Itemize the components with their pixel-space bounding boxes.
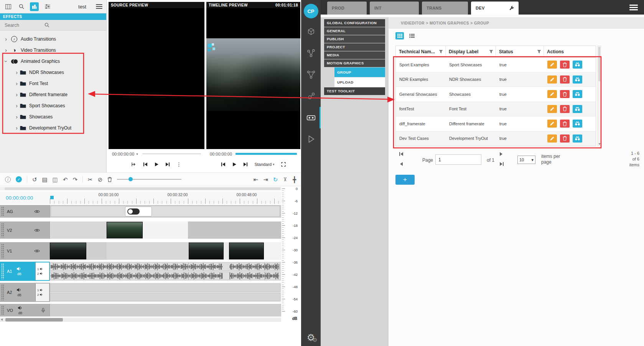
- tree-item[interactable]: › Development TryOut: [0, 122, 106, 133]
- track-lane[interactable]: [50, 283, 281, 302]
- layout-panels-icon[interactable]: [4, 2, 13, 11]
- effects-search-input[interactable]: [5, 23, 44, 28]
- track-header[interactable]: VO dB: [0, 304, 50, 316]
- nav-item[interactable]: UPLOAD: [334, 77, 385, 87]
- track-v2[interactable]: V2: [0, 221, 281, 239]
- track-a1[interactable]: A1 dB 1 2: [0, 262, 281, 281]
- tree-item[interactable]: › NDR Showcases: [0, 67, 106, 78]
- track-vo[interactable]: VO dB: [0, 304, 281, 316]
- molecule-icon[interactable]: [305, 90, 317, 102]
- nav-item[interactable]: PROJECT: [324, 43, 385, 51]
- track-drag-handle[interactable]: [1, 207, 4, 216]
- filter-funnel-icon[interactable]: [537, 50, 541, 54]
- timeline-horizontal-scrollbar[interactable]: [0, 318, 281, 322]
- chevron-right-icon[interactable]: ›: [14, 92, 19, 98]
- nav-item[interactable]: PUBLISH: [324, 35, 385, 43]
- tree-group-audio-transitions[interactable]: › ♪ Audio Transitions: [0, 33, 106, 44]
- visibility-eye-icon[interactable]: [34, 249, 40, 253]
- move-icon[interactable]: ╋: [293, 177, 296, 182]
- scroll-left-arrow[interactable]: [1, 318, 3, 321]
- last-page-button[interactable]: [500, 162, 504, 166]
- track-ag[interactable]: AG: [0, 205, 281, 218]
- history-icon[interactable]: ↺: [32, 177, 37, 182]
- audio-lane-empty[interactable]: [50, 293, 280, 301]
- validate-icon[interactable]: ✓: [16, 176, 22, 182]
- edit-button[interactable]: [547, 90, 557, 98]
- track-lane[interactable]: [50, 304, 281, 316]
- chevron-right-icon[interactable]: ›: [3, 47, 8, 53]
- visibility-eye-icon[interactable]: [34, 228, 40, 232]
- edit-button[interactable]: [547, 134, 557, 143]
- nav-item[interactable]: MEDIA: [324, 51, 385, 59]
- delete-button[interactable]: [560, 105, 570, 113]
- video-clip[interactable]: [50, 221, 107, 239]
- fullscreen-icon[interactable]: [281, 162, 286, 167]
- play-button[interactable]: [154, 162, 159, 167]
- unlink-icon[interactable]: ⊘: [98, 177, 103, 182]
- edit-button[interactable]: [547, 105, 557, 113]
- audio-waveform[interactable]: [50, 262, 280, 271]
- chevron-right-icon[interactable]: ›: [14, 69, 19, 75]
- tree-item[interactable]: › Different framerate: [0, 89, 106, 100]
- tree-item[interactable]: › Showcases: [0, 111, 106, 122]
- table-row[interactable]: General Showcases Showcases true: [396, 87, 596, 102]
- nav-item[interactable]: GENERAL: [324, 27, 385, 35]
- nav-item[interactable]: MOTION GRAPHICS: [324, 59, 385, 67]
- timeline-horizontal-scrollbar-top[interactable]: [0, 187, 281, 190]
- admin-menu-icon[interactable]: [629, 3, 638, 11]
- track-header[interactable]: V1: [0, 242, 50, 260]
- timeline-ruler[interactable]: 00:00:00:00 00:00:16:0000:00:32:0000:00:…: [0, 192, 281, 204]
- list-view-toggle[interactable]: [408, 32, 416, 39]
- preview-button[interactable]: [573, 75, 582, 84]
- node-network-icon[interactable]: [305, 69, 317, 80]
- nav-item[interactable]: GLOBAL CONFIGURATION: [324, 19, 385, 27]
- assets-cube-icon[interactable]: [305, 26, 317, 38]
- source-seek-slider[interactable]: [142, 154, 201, 154]
- column-display-label[interactable]: Display Label: [446, 46, 496, 57]
- scrollbar-thumb[interactable]: [5, 187, 280, 190]
- edit-button[interactable]: [547, 75, 557, 84]
- search-icon[interactable]: [17, 2, 26, 11]
- play-tool-icon[interactable]: [305, 133, 317, 145]
- filter-funnel-icon[interactable]: [489, 50, 493, 54]
- scrollbar-thumb[interactable]: [598, 47, 600, 81]
- organization-icon[interactable]: [30, 2, 39, 11]
- video-clip[interactable]: [107, 242, 189, 260]
- track-header-selected[interactable]: A1 dB 1 2: [0, 262, 50, 281]
- undo-icon[interactable]: ↶: [63, 177, 68, 182]
- column-status[interactable]: Status: [496, 46, 544, 57]
- tree-item[interactable]: › Sport Showcases: [0, 100, 106, 111]
- video-clip[interactable]: [264, 242, 281, 260]
- env-tab[interactable]: TRANS: [422, 2, 468, 15]
- video-clip-thumbnail[interactable]: [107, 222, 143, 238]
- edit-button[interactable]: [547, 61, 557, 69]
- track-drag-handle[interactable]: [1, 305, 4, 315]
- delete-button[interactable]: [560, 90, 570, 98]
- timeline-ruler-strip[interactable]: 00:00:16:0000:00:32:0000:00:48:00: [50, 192, 280, 204]
- transition-toggle[interactable]: [127, 208, 140, 215]
- delete-button[interactable]: [560, 134, 570, 143]
- tree-group-animated-graphics[interactable]: › Animated Graphics: [0, 56, 106, 67]
- next-frame-button[interactable]: [165, 162, 170, 167]
- first-page-button[interactable]: [399, 152, 403, 156]
- track-drag-handle[interactable]: [1, 223, 4, 237]
- tree-item[interactable]: › Font Test: [0, 78, 106, 89]
- cut-icon[interactable]: ✂: [88, 177, 93, 182]
- graphics-clip[interactable]: [51, 206, 280, 217]
- table-row[interactable]: NDR Examples NDR Showcases true: [396, 72, 596, 87]
- preview-button[interactable]: [573, 120, 582, 128]
- track-drag-handle[interactable]: [1, 244, 4, 258]
- chevron-right-icon[interactable]: ›: [14, 125, 19, 131]
- transition-chip[interactable]: [125, 207, 152, 216]
- track-header[interactable]: V2: [0, 221, 50, 239]
- settings-gears-icon[interactable]: ⚙⚙: [307, 333, 315, 342]
- visibility-eye-icon[interactable]: [34, 210, 40, 213]
- previous-frame-button[interactable]: [143, 162, 148, 167]
- track-header[interactable]: A2 dB 1 2: [0, 283, 50, 302]
- table-row[interactable]: Dev Test Cases Development TryOut true: [396, 131, 596, 146]
- timecode-dropdown-icon[interactable]: ▾: [136, 152, 138, 156]
- quality-select[interactable]: Standard▾: [254, 162, 274, 167]
- column-technical-name[interactable]: Technical Nam...: [396, 46, 446, 57]
- trash-icon[interactable]: [107, 177, 112, 182]
- refresh-icon[interactable]: ↻: [273, 177, 278, 182]
